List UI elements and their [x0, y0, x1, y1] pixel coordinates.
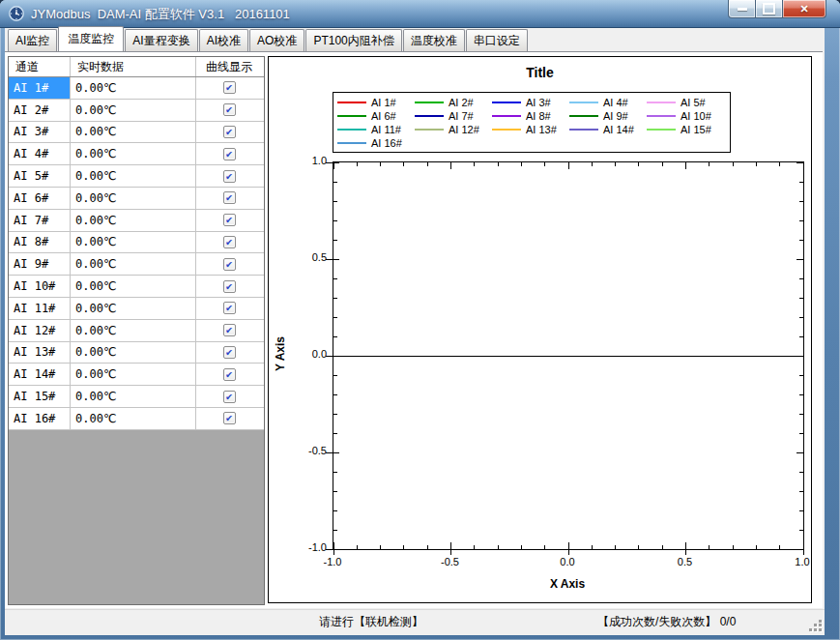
axis-tick [615, 545, 616, 549]
legend-item: AI 1# [337, 96, 415, 108]
x-tick-label: 0.0 [546, 556, 589, 567]
channel-cell[interactable]: AI 12# [9, 320, 71, 341]
curve-display-cell: ✔ [196, 276, 262, 297]
legend-item: AI 16# [337, 136, 415, 149]
axis-tick [333, 375, 337, 376]
axis-tick [779, 162, 780, 166]
axis-tick [799, 472, 803, 473]
plot-area [333, 161, 804, 550]
legend-item: AI 11# [337, 123, 415, 135]
y-tick-label: -0.5 [294, 445, 327, 456]
axis-tick [799, 278, 803, 279]
curve-checkbox[interactable]: ✔ [223, 280, 236, 293]
axis-tick [799, 182, 803, 183]
axis-tick [779, 545, 780, 549]
channel-cell[interactable]: AI 6# [9, 188, 71, 209]
tab-2[interactable]: 温度监控 [58, 26, 124, 51]
legend-label: AI 2# [449, 97, 474, 108]
y-tick-label: 1.0 [294, 155, 327, 166]
tab-3[interactable]: AI量程变换 [125, 29, 197, 52]
curve-checkbox[interactable]: ✔ [223, 81, 236, 94]
axis-tick [474, 545, 475, 549]
channel-cell[interactable]: AI 16# [9, 408, 71, 429]
channel-cell[interactable]: AI 8# [9, 232, 71, 253]
channel-cell[interactable]: AI 10# [9, 276, 71, 297]
tab-4[interactable]: AI校准 [199, 29, 248, 52]
table-row: AI 8#0.00℃✔ [9, 232, 264, 254]
table-row: AI 3#0.00℃✔ [9, 122, 264, 144]
axis-tick [333, 394, 337, 395]
channel-cell[interactable]: AI 5# [9, 165, 71, 187]
channel-table: 通道 实时数据 曲线显示 AI 1#0.00℃✔AI 2#0.00℃✔AI 3#… [8, 56, 265, 605]
legend-item: AI 6# [337, 109, 415, 122]
axis-tick [326, 452, 339, 453]
curve-checkbox[interactable]: ✔ [223, 214, 236, 226]
tab-7[interactable]: 温度校准 [403, 29, 465, 52]
curve-checkbox[interactable]: ✔ [223, 324, 236, 336]
curve-checkbox[interactable]: ✔ [223, 103, 236, 116]
maximize-button[interactable] [756, 0, 782, 18]
realtime-value-cell: 0.00℃ [71, 210, 196, 231]
axis-tick [709, 162, 710, 166]
resize-grip[interactable] [810, 620, 822, 631]
axis-tick [326, 162, 339, 163]
table-row: AI 11#0.00℃✔ [9, 298, 264, 320]
legend-line-sample [647, 102, 676, 103]
channel-cell[interactable]: AI 7# [9, 210, 71, 231]
curve-display-cell: ✔ [196, 165, 262, 187]
legend-line-sample [337, 129, 366, 131]
curve-checkbox[interactable]: ✔ [223, 191, 236, 204]
legend-label: AI 11# [371, 124, 401, 135]
table-row: AI 9#0.00℃✔ [9, 253, 264, 276]
axis-tick [333, 317, 337, 318]
axis-tick [333, 491, 337, 492]
axis-tick [333, 510, 337, 511]
legend-item: AI 7# [415, 109, 492, 122]
axis-tick [333, 220, 337, 221]
table-row: AI 6#0.00℃✔ [9, 188, 264, 210]
axis-tick [799, 317, 803, 318]
curve-checkbox[interactable]: ✔ [223, 170, 236, 183]
legend-line-sample [647, 115, 676, 117]
curve-checkbox[interactable]: ✔ [223, 258, 236, 271]
minimize-button[interactable] [728, 0, 756, 18]
axis-tick [592, 545, 593, 549]
tab-8[interactable]: 串口设定 [466, 29, 528, 52]
chart-title: Title [269, 65, 811, 80]
curve-checkbox[interactable]: ✔ [223, 412, 236, 424]
axis-tick [333, 201, 337, 202]
axis-tick [333, 182, 337, 183]
channel-cell[interactable]: AI 3# [9, 122, 71, 143]
curve-checkbox[interactable]: ✔ [223, 126, 236, 138]
close-button[interactable]: ✕ [782, 0, 826, 18]
curve-checkbox[interactable]: ✔ [223, 236, 236, 248]
curve-checkbox[interactable]: ✔ [223, 148, 236, 160]
realtime-value-cell: 0.00℃ [71, 276, 196, 297]
tab-5[interactable]: AO校准 [249, 29, 304, 52]
curve-checkbox[interactable]: ✔ [223, 391, 236, 403]
channel-cell[interactable]: AI 9# [9, 253, 71, 275]
app-window: JYModbus DAM-AI 配置软件 V3.1 20161101 ✕ AI监… [0, 0, 840, 640]
window-title: JYModbus DAM-AI 配置软件 V3.1 20161101 [31, 6, 290, 23]
curve-checkbox[interactable]: ✔ [223, 346, 236, 359]
legend-label: AI 9# [603, 110, 628, 122]
legend-line-sample [647, 129, 676, 131]
minimize-icon [738, 8, 747, 11]
channel-cell[interactable]: AI 14# [9, 364, 71, 385]
tab-1[interactable]: AI监控 [8, 29, 57, 52]
curve-checkbox[interactable]: ✔ [223, 368, 236, 381]
tab-6[interactable]: PT100内阻补偿 [305, 29, 401, 52]
channel-cell[interactable]: AI 1# [9, 77, 71, 99]
channel-cell[interactable]: AI 2# [9, 100, 71, 121]
axis-tick [568, 162, 569, 169]
channel-cell[interactable]: AI 11# [9, 298, 71, 319]
curve-checkbox[interactable]: ✔ [223, 302, 236, 314]
axis-tick [638, 162, 639, 166]
tab-strip: AI监控温度监控AI量程变换AI校准AO校准PT100内阻补偿温度校准串口设定 [5, 29, 529, 51]
axis-tick [662, 545, 663, 549]
channel-cell[interactable]: AI 13# [9, 342, 71, 364]
channel-cell[interactable]: AI 4# [9, 143, 71, 164]
realtime-value-cell: 0.00℃ [71, 100, 196, 121]
channel-cell[interactable]: AI 15# [9, 386, 71, 407]
x-tick-label: 1.0 [781, 556, 824, 567]
